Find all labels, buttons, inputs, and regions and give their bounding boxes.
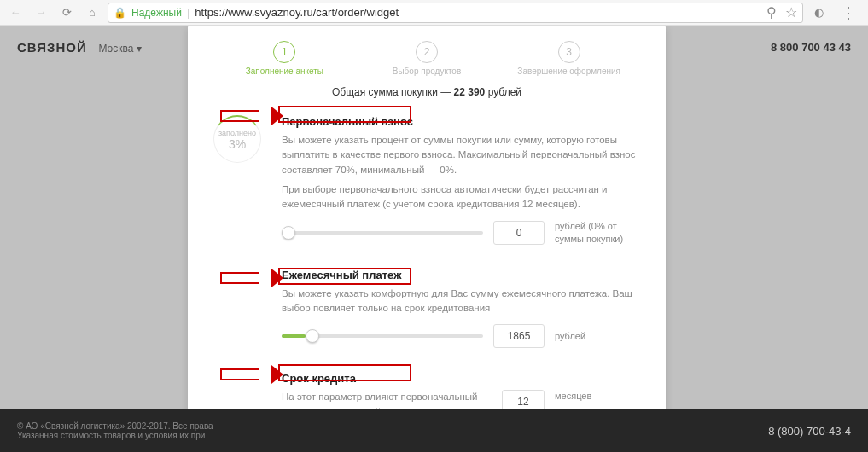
footer-phone: 8 (800) 700-43-4 (768, 425, 851, 438)
forward-button[interactable]: → (31, 3, 51, 23)
total-line: Общая сумма покупки — 22 390 рублей (213, 86, 640, 98)
slider-thumb[interactable] (282, 226, 295, 240)
progress-badge: заполнено 3% (213, 115, 261, 163)
monthly-unit: рублей (555, 330, 640, 342)
step-3[interactable]: 3 Завершение оформления (498, 41, 640, 76)
chevron-down-icon: ▾ (137, 43, 142, 55)
term-title: Срок кредита (282, 372, 640, 385)
back-button[interactable]: ← (5, 3, 26, 23)
downpayment-desc1: Вы можете указать процент от суммы покуп… (282, 133, 640, 177)
downpayment-title: Первоначальный взнос (282, 115, 640, 128)
monthly-input[interactable] (493, 324, 545, 348)
footer-copyright: © АО «Связной логистика» 2002-2017. Все … (17, 421, 213, 431)
logo[interactable]: СВЯЗНОЙ (17, 40, 87, 55)
term-unit: месяцев (555, 390, 640, 402)
search-icon[interactable]: ⚲ (766, 4, 777, 20)
bookmark-star-icon[interactable]: ☆ (785, 4, 797, 20)
extension-icon[interactable]: ◐ (808, 3, 829, 23)
downpayment-slider[interactable] (282, 231, 483, 235)
header-phone: 8 800 700 43 43 (771, 41, 851, 54)
step-2[interactable]: 2 Выбор продуктов (356, 41, 498, 76)
downpayment-input[interactable] (493, 221, 545, 245)
footer-note: Указанная стоимость товаров и условия их… (17, 431, 213, 440)
stepper: 1 Заполнение анкеты 2 Выбор продуктов 3 … (213, 41, 640, 76)
menu-button[interactable]: ⋮ (834, 3, 863, 22)
monthly-title: Ежемесячный платеж (282, 269, 640, 281)
lock-icon: 🔒 (114, 7, 126, 19)
monthly-slider[interactable] (282, 334, 483, 338)
browser-toolbar: ← → ⟳ ⌂ 🔒 Надежный | https://www.svyazno… (0, 0, 868, 26)
downpayment-unit: рублей (0% от суммы покупки) (555, 220, 640, 245)
downpayment-desc2: При выборе первоначального взноса автома… (282, 183, 640, 212)
monthly-desc: Вы можете указать комфортную для Вас сум… (282, 287, 640, 316)
city-selector[interactable]: Москва ▾ (98, 43, 141, 55)
site-footer: © АО «Связной логистика» 2002-2017. Все … (0, 409, 868, 452)
page-background: СВЯЗНОЙ Москва ▾ 8 800 700 43 43 1 Запол… (0, 26, 868, 452)
secure-label: Надежный (131, 7, 182, 19)
home-button[interactable]: ⌂ (82, 3, 102, 23)
address-bar[interactable]: 🔒 Надежный | https://www.svyaznoy.ru/car… (108, 3, 803, 23)
checkout-modal: 1 Заполнение анкеты 2 Выбор продуктов 3 … (188, 26, 666, 437)
reload-button[interactable]: ⟳ (56, 3, 77, 23)
slider-thumb[interactable] (306, 329, 319, 343)
url-text: https://www.svyaznoy.ru/cart/order/widge… (195, 6, 761, 19)
step-1[interactable]: 1 Заполнение анкеты (213, 41, 356, 76)
